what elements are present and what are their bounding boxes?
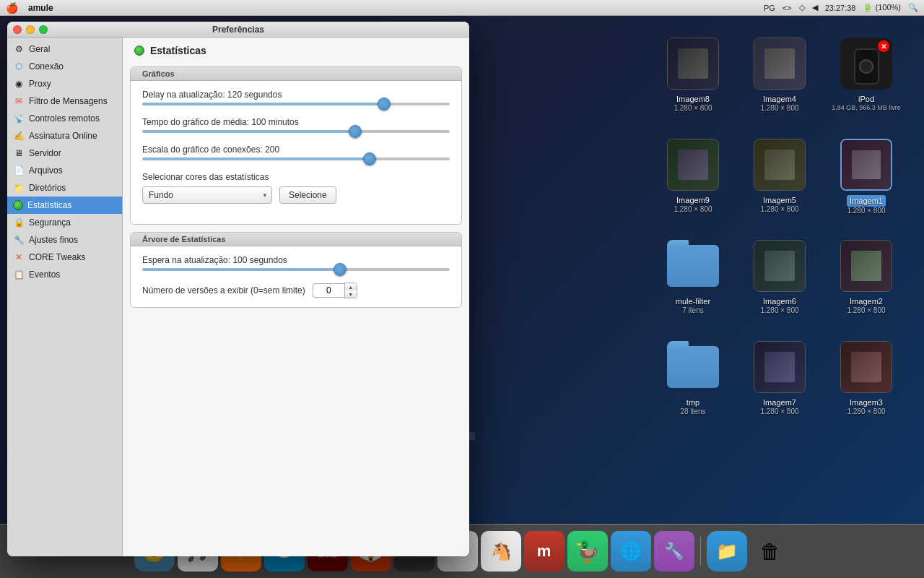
sidebar-item-seguranca[interactable]: 🔒 Segurança [7, 214, 122, 231]
desktop-icon-imagem1[interactable]: Imagem1 1.280 × 800 [823, 131, 910, 233]
sidebar-label-seguranca: Segurança [29, 217, 71, 228]
folder-shape-mule-filter [667, 245, 719, 287]
sidebar-item-servidor[interactable]: 🖥 Servidor [7, 144, 122, 162]
icon-label-imagem4: Imagem4 [763, 94, 796, 104]
desktop-icon-imagem2[interactable]: Imagem2 1.280 × 800 [823, 233, 910, 334]
dock-icon-dev[interactable]: 🔧 [654, 531, 694, 571]
desktop-icon-imagem7[interactable]: Imagem7 1.280 × 800 [736, 334, 823, 435]
trash-icon: 🗑 [760, 540, 780, 564]
dock-icon-mule[interactable]: m [524, 531, 565, 571]
desktop-icon-imagem4[interactable]: Imagem4 1.280 × 800 [736, 30, 823, 131]
folder-shape-tmp [667, 346, 719, 388]
app-menu-amule[interactable]: amule [28, 3, 53, 13]
arvore-section: Árvore de Estatísticas Espera na atualiz… [130, 232, 462, 308]
menubar-pg: PG [764, 4, 775, 12]
web-icon: 🌐 [620, 541, 642, 561]
dialog-title: Preferências [212, 25, 264, 35]
sidebar-label-proxy: Proxy [29, 79, 51, 89]
maximize-button[interactable] [39, 25, 48, 34]
desktop-icon-mule-filter[interactable]: mule-filter 7 itens [650, 233, 736, 334]
icon-sublabel-tmp: 28 itens [680, 407, 705, 415]
sidebar-item-arquivos[interactable]: 📄 Arquivos [7, 162, 122, 179]
desktop-icon-imagem3[interactable]: Imagem3 1.280 × 800 [823, 334, 910, 435]
dock-icon-trash[interactable]: 🗑 [750, 531, 790, 571]
desktop-icon-imagem6[interactable]: Imagem6 1.280 × 800 [736, 233, 823, 334]
escala-slider[interactable] [142, 158, 450, 160]
icon-image-mule-filter [667, 240, 719, 292]
stats-active-dot [13, 200, 23, 210]
menubar-sound: ◀ [812, 3, 818, 12]
icon-image-imagem5 [754, 139, 806, 191]
icon-sublabel-imagem4: 1.280 × 800 [760, 104, 798, 112]
minimize-button[interactable] [26, 25, 35, 34]
desktop-icon-tmp[interactable]: tmp 28 itens [650, 334, 736, 435]
icon-sublabel-imagem6: 1.280 × 800 [760, 306, 798, 314]
color-dropdown-wrapper: Fundo Linha Grade [142, 186, 272, 204]
sidebar-item-ajustes[interactable]: 🔧 Ajustes finos [7, 231, 122, 249]
apple-logo[interactable]: 🍎 [6, 2, 18, 14]
core-icon: ✕ [13, 251, 25, 263]
icon-label-imagem2: Imagem2 [850, 296, 883, 306]
close-button[interactable] [13, 25, 22, 34]
icon-image-imagem8 [667, 38, 719, 90]
menubar-search[interactable]: 🔍 [908, 3, 918, 12]
sidebar-item-diretorios[interactable]: 📁 Diretórios [7, 179, 122, 197]
desktop-icon-ipod[interactable]: ✕ iPod 1,84 GB, 966,3 MB livre [823, 30, 910, 131]
color-dropdown[interactable]: Fundo Linha Grade [142, 186, 272, 204]
server-icon: 🖥 [13, 147, 25, 159]
remote-icon: 📡 [13, 113, 25, 124]
icon-sublabel-imagem9: 1.280 × 800 [674, 205, 712, 213]
security-icon: 🔒 [13, 217, 25, 228]
versoes-input[interactable] [313, 283, 344, 298]
desktop-icon-imagem8[interactable]: Imagem8 1.280 × 800 [650, 30, 736, 131]
dock-icon-emule[interactable]: 🐴 [481, 531, 521, 571]
dialog-titlebar: Preferências [7, 22, 469, 38]
escala-slider-group: Escala do gráfico de conexões: 200 [142, 144, 450, 160]
files-icon: 📄 [13, 165, 25, 176]
sidebar-item-conexao[interactable]: ⬡ Conexão [7, 58, 122, 75]
plug-icon: ⬡ [13, 61, 25, 72]
preferences-window: Preferências ⚙ Geral ⬡ Conexão ◉ Proxy ✉… [7, 22, 469, 556]
sidebar-label-geral: Geral [29, 44, 50, 54]
icon-label-imagem3: Imagem3 [850, 397, 883, 407]
icon-label-imagem9: Imagem9 [676, 195, 710, 205]
sidebar-item-core[interactable]: ✕ CORE Tweaks [7, 249, 122, 266]
finder2-icon: 📁 [716, 541, 738, 561]
selecione-button[interactable]: Selecione [279, 186, 336, 204]
menubar-battery: 🔋 (100%) [863, 3, 901, 12]
icon-label-imagem7: Imagem7 [763, 397, 796, 407]
sidebar-label-arquivos: Arquivos [29, 165, 63, 176]
icon-label-ipod: iPod [858, 94, 874, 104]
color-selector-row: Fundo Linha Grade Selecione [142, 186, 450, 204]
cyberduck-icon: 🦆 [575, 540, 600, 564]
graficos-section: Gráficos Delay na atualização: 120 segun… [130, 66, 462, 225]
sidebar-item-filtro[interactable]: ✉ Filtro de Mensagens [7, 92, 122, 110]
icon-image-tmp [667, 341, 719, 393]
espera-slider[interactable] [142, 268, 450, 271]
dock-icon-finder2[interactable]: 📁 [707, 531, 747, 571]
tempo-slider[interactable] [142, 130, 450, 133]
page-title: Estatísticas [150, 45, 206, 56]
spinner-up-button[interactable]: ▲ [345, 283, 357, 290]
sidebar-item-assinatura[interactable]: ✍ Assinatura Online [7, 127, 122, 144]
main-content: Estatísticas Gráficos Delay na atualizaç… [123, 38, 469, 556]
dock-icon-cyber[interactable]: 🦆 [567, 531, 608, 571]
sidebar-item-geral[interactable]: ⚙ Geral [7, 40, 122, 58]
events-icon: 📋 [13, 269, 25, 280]
versoes-label: Número de versões a exibir (0=sem limite… [142, 285, 305, 296]
sidebar-item-eventos[interactable]: 📋 Eventos [7, 266, 122, 283]
spinner-down-button[interactable]: ▼ [345, 290, 357, 298]
sidebar: ⚙ Geral ⬡ Conexão ◉ Proxy ✉ Filtro de Me… [7, 38, 123, 556]
icon-label-imagem5: Imagem5 [763, 195, 796, 205]
graficos-inner: Delay na atualização: 120 segundos Tempo… [131, 81, 461, 224]
icon-sublabel-imagem2: 1.280 × 800 [847, 306, 885, 314]
dock-icon-web[interactable]: 🌐 [611, 531, 651, 571]
desktop-icon-imagem5[interactable]: Imagem5 1.280 × 800 [736, 131, 823, 233]
arvore-label: Árvore de Estatísticas [142, 235, 226, 243]
sidebar-item-controles[interactable]: 📡 Controles remotos [7, 110, 122, 127]
sidebar-item-estatisticas[interactable]: Estatísticas [7, 197, 122, 214]
sidebar-item-proxy[interactable]: ◉ Proxy [7, 75, 122, 92]
desktop-icon-imagem9[interactable]: Imagem9 1.280 × 800 [650, 131, 736, 233]
delay-slider[interactable] [142, 103, 450, 105]
fine-icon: 🔧 [13, 234, 25, 246]
